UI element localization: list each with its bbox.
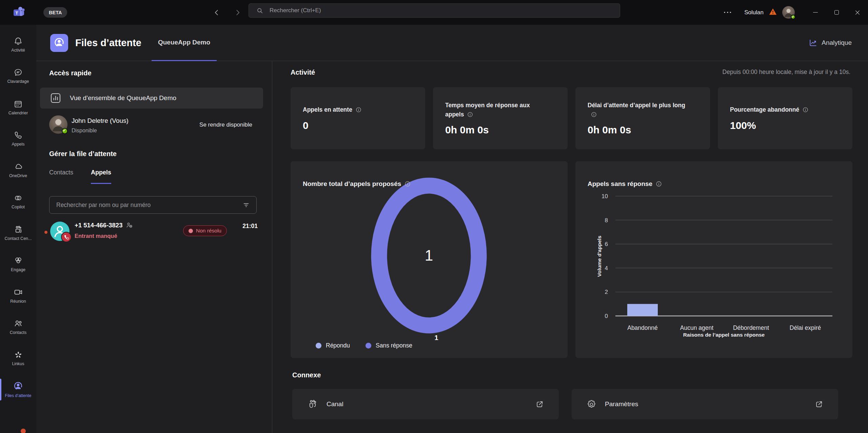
info-icon[interactable] xyxy=(404,181,411,187)
agent-avatar xyxy=(49,115,67,134)
stat-value: 0h 0m 0s xyxy=(588,124,700,136)
svg-text:6: 6 xyxy=(605,241,608,247)
svg-text:Abandonné: Abandonné xyxy=(627,324,658,331)
legend-dot xyxy=(366,343,371,349)
legend-dot xyxy=(316,343,321,349)
global-search[interactable] xyxy=(249,3,620,18)
selected-indicator xyxy=(0,379,1,400)
activity-section-title: Activité xyxy=(291,69,315,76)
queues-icon xyxy=(13,381,23,391)
donut-chart-title: Nombre total d’appels proposés xyxy=(303,180,411,188)
forward-arrow-icon[interactable] xyxy=(232,7,243,18)
channel-link-card[interactable]: Canal xyxy=(292,389,559,419)
stat-card-longest-wait: Délai d’attente d’appel le plus long 0h … xyxy=(575,87,710,149)
title-bar: T BETA ··· Solulan xyxy=(0,0,868,25)
badge-dot xyxy=(189,229,193,233)
stat-card-avg-answer-time: Temps moyen de réponse aux appels 0h 0m … xyxy=(433,87,568,149)
svg-text:1: 1 xyxy=(425,247,433,264)
sidebar-item-copilot[interactable]: Copilot xyxy=(0,186,36,217)
related-section-title: Connexe xyxy=(292,371,321,379)
stat-value: 0 xyxy=(303,120,415,131)
sidebar-item-onedrive[interactable]: OneDrive xyxy=(0,154,36,186)
info-icon[interactable] xyxy=(355,107,362,113)
sidebar-item-calls[interactable]: Appels xyxy=(0,123,36,154)
sidebar-item-engage[interactable]: Engage xyxy=(0,248,36,280)
contact-center-icon xyxy=(14,225,23,234)
sidebar-item-queues[interactable]: Files d’attente xyxy=(0,374,36,405)
settings-link-card[interactable]: Paramètres xyxy=(572,389,838,419)
search-icon xyxy=(256,7,263,14)
channel-people-icon xyxy=(307,399,318,410)
svg-text:0: 0 xyxy=(605,313,608,319)
sidebar-item-calendar[interactable]: Calendrier xyxy=(0,92,36,123)
profile-avatar[interactable] xyxy=(782,6,795,19)
sidebar-tabs: Contacts Appels xyxy=(49,169,111,184)
agent-row: John Deletre (Vous) Disponible Se rendre… xyxy=(36,115,272,138)
bell-icon xyxy=(14,37,23,46)
call-list-item[interactable]: +1 514-466-3823 Entrant manqué Non résol… xyxy=(36,220,272,246)
legend-item-unanswered: Sans réponse xyxy=(366,342,412,349)
stat-card-abandoned-rate: Pourcentage abandonné 100% xyxy=(718,87,852,149)
agent-name: John Deletre (Vous) xyxy=(72,117,129,125)
svg-text:Volume d'appels: Volume d'appels xyxy=(596,236,602,277)
queue-search-input[interactable] xyxy=(56,202,242,209)
sidebar-item-meeting[interactable]: Réunion xyxy=(0,280,36,311)
back-arrow-icon[interactable] xyxy=(211,7,222,18)
open-external-icon xyxy=(535,400,544,409)
sidebar-item-contact-center[interactable]: Contact Cen... xyxy=(0,217,36,248)
bar-chart-card: Appels sans réponse Volume d'appels Rais… xyxy=(575,161,852,358)
caller-avatar xyxy=(50,222,70,241)
unread-dot xyxy=(44,231,47,234)
become-available-link[interactable]: Se rendre disponible xyxy=(199,121,252,128)
settings-link-label: Paramètres xyxy=(605,400,806,408)
donut-legend: Répondu Sans réponse xyxy=(316,342,412,349)
close-button[interactable] xyxy=(847,0,868,25)
tab-queueapp-demo[interactable]: QueueApp Demo xyxy=(152,25,217,61)
video-camera-icon xyxy=(14,287,23,297)
call-time: 21:01 xyxy=(242,223,258,230)
calendar-icon xyxy=(14,99,23,109)
info-icon[interactable] xyxy=(467,111,473,118)
search-input[interactable] xyxy=(270,7,575,14)
sidebar-item-linkus[interactable]: Linkus xyxy=(0,343,36,374)
analytics-button[interactable]: Analytique xyxy=(809,36,852,50)
tenant-name[interactable]: Solulan xyxy=(737,9,768,16)
sidebar-item-activity[interactable]: Activité xyxy=(0,29,36,60)
stat-value: 0h 0m 0s xyxy=(445,124,557,136)
missed-call-icon xyxy=(61,232,72,242)
queue-sidebar: Accès rapide Vue d’ensemble de QueueApp … xyxy=(36,61,272,433)
info-icon[interactable] xyxy=(655,181,662,187)
copilot-icon xyxy=(14,193,23,203)
quick-access-title: Accès rapide xyxy=(49,69,92,77)
status-badge[interactable]: Non résolu xyxy=(183,225,227,236)
legend-item-answered: Répondu xyxy=(316,342,350,349)
people-icon xyxy=(14,319,23,328)
caller-number: +1 514-466-3823 xyxy=(75,221,134,229)
cloud-icon xyxy=(14,162,23,171)
overview-link[interactable]: Vue d’ensemble de QueueApp Demo xyxy=(40,88,263,109)
external-caller-icon xyxy=(125,221,134,229)
page-title: Files d’attente xyxy=(75,37,141,49)
tab-contacts[interactable]: Contacts xyxy=(49,169,73,184)
maximize-button[interactable] xyxy=(826,0,847,25)
queue-search[interactable] xyxy=(49,196,257,214)
warning-icon[interactable] xyxy=(768,7,777,18)
line-chart-icon xyxy=(809,38,817,47)
overview-chart-icon xyxy=(49,92,62,105)
svg-text:4: 4 xyxy=(605,265,608,271)
engage-icon xyxy=(14,256,23,265)
teams-logo-icon: T xyxy=(12,5,25,20)
open-external-icon xyxy=(815,400,823,409)
sidebar-item-contacts[interactable]: Contacts xyxy=(0,311,36,342)
info-icon[interactable] xyxy=(802,107,809,113)
more-options-icon[interactable]: ··· xyxy=(719,8,737,16)
main-content: Activité Depuis 00:00 heure locale, mise… xyxy=(272,61,868,433)
info-icon[interactable] xyxy=(591,111,597,118)
minimize-button[interactable] xyxy=(805,0,826,25)
svg-text:T: T xyxy=(16,11,18,16)
sidebar-item-chat[interactable]: Clavardage xyxy=(0,60,36,91)
filter-icon[interactable] xyxy=(242,201,250,209)
svg-text:Raisons de l’appel sans répons: Raisons de l’appel sans réponse xyxy=(683,332,765,338)
donut-chart: 1 1 xyxy=(291,161,568,358)
tab-calls[interactable]: Appels xyxy=(91,169,111,184)
